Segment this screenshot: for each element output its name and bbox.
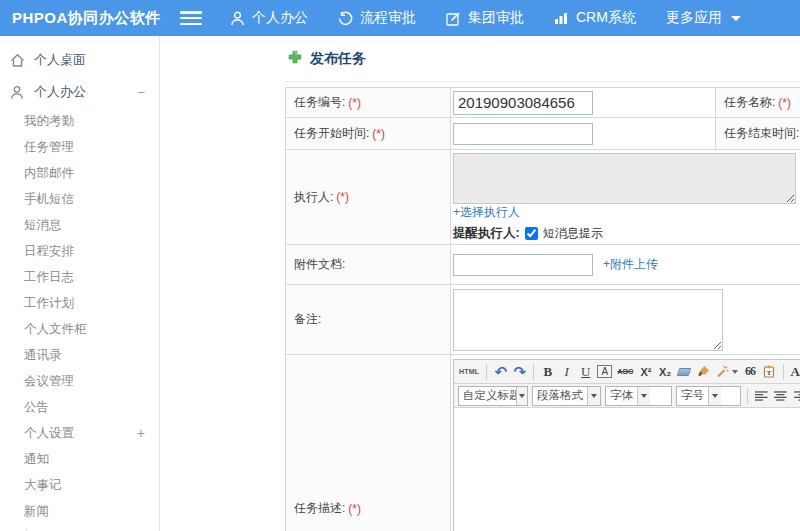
- sms-tip-label: 短消息提示: [543, 225, 603, 242]
- sidebar-item-notification[interactable]: 通知: [0, 446, 159, 472]
- form-row-remark: 备注:: [286, 285, 800, 355]
- nav-label: CRM系统: [576, 9, 636, 27]
- sidebar-item-news[interactable]: 新闻: [0, 498, 159, 524]
- nav-workflow-approval[interactable]: 流程审批: [338, 9, 416, 27]
- undo-icon[interactable]: ↶: [493, 363, 508, 381]
- sidebar-item-vote[interactable]: 投票: [0, 524, 159, 531]
- form-row-task-time: 任务开始时间:(*) 任务结束时间:(*): [286, 118, 800, 150]
- start-time-input[interactable]: [453, 123, 593, 145]
- format-painter-icon[interactable]: [696, 363, 711, 381]
- font-size-select[interactable]: 字号: [676, 386, 741, 406]
- sidebar-item-task-management[interactable]: 任务管理: [0, 134, 159, 160]
- required-mark: (*): [336, 190, 349, 204]
- menu-toggle-icon[interactable]: [180, 11, 202, 25]
- topbar: PHPOA协同办公软件 个人办公 流程审批 集团审批 CRM系统: [0, 0, 800, 36]
- sidebar-item-my-attendance[interactable]: 我的考勤: [0, 108, 159, 134]
- user-icon: [230, 11, 245, 26]
- sidebar-item-contacts[interactable]: 通讯录: [0, 342, 159, 368]
- task-number-label: 任务编号:(*): [286, 88, 451, 117]
- form-row-task-number: 任务编号:(*) 任务名称:(*): [286, 88, 800, 118]
- required-mark: (*): [778, 96, 791, 110]
- attachment-input[interactable]: [453, 254, 593, 276]
- sidebar-item-work-plan[interactable]: 工作计划: [0, 290, 159, 316]
- required-mark: (*): [372, 127, 385, 141]
- sidebar-item-personal-settings[interactable]: 个人设置 +: [0, 420, 159, 446]
- end-time-label: 任务结束时间:(*): [716, 118, 800, 149]
- paste-from-word-icon[interactable]: T: [762, 363, 777, 381]
- main-content: 发布任务 任务编号:(*) 任务名称:(*) 任务开始时间:(*) 任务结束时: [160, 36, 800, 531]
- chevron-down-icon: [516, 387, 527, 405]
- eraser-icon[interactable]: [677, 363, 692, 381]
- svg-text:T: T: [767, 369, 772, 377]
- align-center-icon[interactable]: [773, 387, 789, 405]
- edit-icon: [446, 11, 461, 26]
- page-title: 发布任务: [310, 50, 366, 68]
- font-family-select[interactable]: 字体: [605, 386, 672, 406]
- superscript-button[interactable]: X²: [639, 363, 654, 381]
- sidebar-item-short-message[interactable]: 短消息: [0, 212, 159, 238]
- page-header: 发布任务: [285, 36, 800, 82]
- font-color-button[interactable]: A: [790, 363, 800, 381]
- html-source-button[interactable]: HTML: [458, 363, 480, 381]
- sms-tip-checkbox[interactable]: [525, 227, 538, 240]
- align-left-icon[interactable]: [754, 387, 770, 405]
- description-label: 任务描述:(*): [286, 355, 451, 531]
- attachment-label: 附件文档:: [286, 245, 451, 284]
- sidebar-item-schedule[interactable]: 日程安排: [0, 238, 159, 264]
- task-number-input[interactable]: [453, 91, 593, 115]
- chevron-down-icon: [731, 16, 741, 21]
- form-row-attachment: 附件文档: +附件上传: [286, 245, 800, 285]
- custom-title-select[interactable]: 自定义标题: [458, 386, 528, 406]
- collapse-icon[interactable]: −: [137, 85, 145, 100]
- blockquote-button[interactable]: 66: [743, 363, 758, 381]
- required-mark: (*): [348, 96, 361, 110]
- editor-toolbar-row-1: HTML ↶ ↷ B I U A ABC X² X₂: [454, 360, 800, 384]
- sidebar-item-meeting-management[interactable]: 会议管理: [0, 368, 159, 394]
- task-name-label: 任务名称:(*): [716, 88, 800, 117]
- expand-icon[interactable]: +: [137, 425, 145, 441]
- form-row-executor: 执行人:(*) +选择执行人 提醒执行人: 短消息提示: [286, 150, 800, 245]
- sidebar-item-label: 个人办公: [34, 83, 86, 101]
- user-icon: [10, 85, 26, 100]
- remark-textarea[interactable]: [453, 289, 723, 351]
- sidebar-item-internal-mail[interactable]: 内部邮件: [0, 160, 159, 186]
- sidebar-item-announcement[interactable]: 公告: [0, 394, 159, 420]
- underline-button[interactable]: U: [578, 363, 593, 381]
- sidebar-item-work-log[interactable]: 工作日志: [0, 264, 159, 290]
- sidebar-item-personal-office[interactable]: 个人办公 −: [0, 76, 159, 108]
- subscript-button[interactable]: X₂: [658, 363, 673, 381]
- nav-group-approval[interactable]: 集团审批: [446, 9, 524, 27]
- editor-content-area[interactable]: [454, 408, 800, 531]
- paragraph-format-select[interactable]: 段落格式: [532, 386, 601, 406]
- chevron-down-icon: [732, 370, 738, 374]
- choose-executor-link[interactable]: +选择执行人: [453, 204, 520, 221]
- nav-label: 集团审批: [468, 9, 524, 27]
- redo-icon[interactable]: ↷: [512, 363, 527, 381]
- add-plus-icon: [288, 50, 302, 68]
- executor-textarea[interactable]: [453, 153, 796, 204]
- chevron-down-icon: [637, 387, 650, 405]
- bold-button[interactable]: B: [540, 363, 555, 381]
- start-time-label: 任务开始时间:(*): [286, 118, 451, 149]
- magic-wand-icon[interactable]: [715, 363, 739, 381]
- sidebar-item-mobile-sms[interactable]: 手机短信: [0, 186, 159, 212]
- chevron-down-icon: [708, 387, 721, 405]
- font-style-button[interactable]: A: [597, 365, 612, 378]
- sidebar-item-personal-desktop[interactable]: 个人桌面: [0, 44, 159, 76]
- nav-more-apps[interactable]: 更多应用: [666, 9, 741, 27]
- sidebar-item-personal-file-cabinet[interactable]: 个人文件柜: [0, 316, 159, 342]
- attachment-upload-link[interactable]: +附件上传: [603, 256, 658, 273]
- nav-label: 个人办公: [252, 9, 308, 27]
- sidebar: 个人桌面 个人办公 − 我的考勤 任务管理 内部邮件 手机短信 短消息 日程安排…: [0, 36, 160, 531]
- app-logo: PHPOA协同办公软件: [0, 9, 180, 28]
- nav-crm-system[interactable]: CRM系统: [554, 9, 636, 27]
- rich-text-editor: HTML ↶ ↷ B I U A ABC X² X₂: [453, 359, 800, 531]
- nav-personal-office[interactable]: 个人办公: [230, 9, 308, 27]
- align-right-icon[interactable]: [793, 387, 800, 405]
- italic-button[interactable]: I: [559, 363, 574, 381]
- sidebar-item-memorabilia[interactable]: 大事记: [0, 472, 159, 498]
- remark-label: 备注:: [286, 285, 451, 354]
- publish-task-form: 任务编号:(*) 任务名称:(*) 任务开始时间:(*) 任务结束时间:(*): [285, 87, 800, 531]
- editor-toolbar-row-2: 自定义标题 段落格式 字体 字号: [454, 384, 800, 408]
- strikethrough-button[interactable]: ABC: [616, 363, 634, 381]
